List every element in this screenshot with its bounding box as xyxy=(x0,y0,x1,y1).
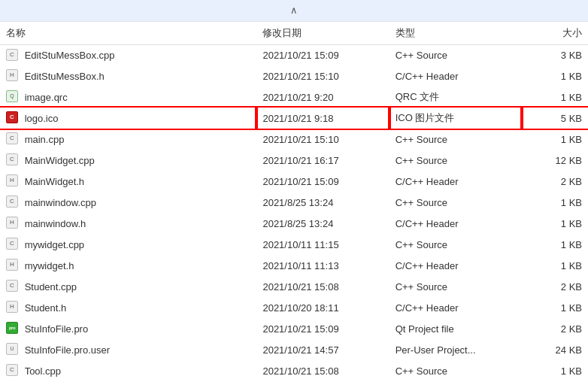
file-type-icon: H xyxy=(6,301,18,313)
file-type-icon: C xyxy=(6,364,18,376)
file-size: 3 KB xyxy=(522,44,588,65)
file-size: 1 KB xyxy=(522,192,588,213)
file-type: C++ Source xyxy=(389,44,522,65)
file-name: mywidget.h xyxy=(25,260,74,271)
col-header-type[interactable]: 类型 xyxy=(389,21,522,44)
file-date: 2021/10/11 11:15 xyxy=(256,234,389,255)
file-type: Qt Project file xyxy=(389,318,522,339)
file-name-cell[interactable]: C main.cpp xyxy=(0,129,256,150)
file-size: 1 KB xyxy=(522,255,588,276)
file-name-cell[interactable]: H mainwindow.h xyxy=(0,213,256,234)
file-date: 2021/10/21 15:08 xyxy=(256,276,389,297)
up-arrow[interactable]: ∧ xyxy=(0,0,588,21)
file-name: Student.cpp xyxy=(25,281,77,293)
col-header-name[interactable]: 名称 xyxy=(0,21,256,44)
file-type: C++ Source xyxy=(389,129,522,150)
file-type: C/C++ Header xyxy=(389,213,522,234)
file-type-icon: C xyxy=(6,280,18,292)
file-type-icon: C xyxy=(6,153,18,165)
table-row[interactable]: H mywidget.h 2021/10/11 11:13 C/C++ Head… xyxy=(0,255,588,276)
table-row[interactable]: U StuInfoFile.pro.user 2021/10/21 14:57 … xyxy=(0,339,588,360)
file-type-icon: H xyxy=(6,69,18,81)
file-type-icon: C xyxy=(6,196,18,208)
file-size: 1 KB xyxy=(522,360,588,381)
file-name: logo.ico xyxy=(25,113,59,124)
file-date: 2021/10/21 9:18 xyxy=(256,108,389,129)
file-type-icon: Q xyxy=(6,90,18,102)
file-size: 5 KB xyxy=(522,108,588,129)
file-date: 2021/8/25 13:24 xyxy=(256,213,389,234)
file-name: EditStuMessBox.cpp xyxy=(25,50,115,61)
file-name-cell[interactable]: C Tool.cpp xyxy=(0,360,256,381)
col-header-size[interactable]: 大小 xyxy=(522,21,588,44)
file-name: StuInfoFile.pro xyxy=(25,323,89,335)
file-name-cell[interactable]: C Student.cpp xyxy=(0,276,256,297)
file-name: Tool.cpp xyxy=(25,365,61,377)
file-date: 2021/10/21 14:57 xyxy=(256,339,389,360)
file-size: 1 KB xyxy=(522,86,588,108)
file-size: 1 KB xyxy=(522,234,588,255)
table-row[interactable]: H Student.h 2021/10/20 18:11 C/C++ Heade… xyxy=(0,297,588,318)
file-type: C++ Source xyxy=(389,150,522,171)
table-row[interactable]: C mywidget.cpp 2021/10/11 11:15 C++ Sour… xyxy=(0,234,588,255)
table-row[interactable]: H MainWidget.h 2021/10/21 15:09 C/C++ He… xyxy=(0,171,588,192)
file-type: C++ Source xyxy=(389,192,522,213)
table-row[interactable]: C MainWidget.cpp 2021/10/21 16:17 C++ So… xyxy=(0,150,588,171)
file-name: mainwindow.cpp xyxy=(25,197,96,208)
up-arrow-row[interactable]: ∧ xyxy=(0,0,588,21)
col-header-date[interactable]: 修改日期 xyxy=(256,21,389,44)
file-name: EditStuMessBox.h xyxy=(25,71,105,82)
file-type: C/C++ Header xyxy=(389,255,522,276)
table-row[interactable]: C Student.cpp 2021/10/21 15:08 C++ Sourc… xyxy=(0,276,588,297)
table-row[interactable]: C mainwindow.cpp 2021/8/25 13:24 C++ Sou… xyxy=(0,192,588,213)
file-name: Student.h xyxy=(25,302,67,314)
table-row[interactable]: C main.cpp 2021/10/21 15:10 C++ Source 1… xyxy=(0,129,588,150)
file-date: 2021/10/21 15:09 xyxy=(256,318,389,339)
file-type: C++ Source xyxy=(389,360,522,381)
file-type-icon: C xyxy=(6,49,18,61)
table-row[interactable]: C EditStuMessBox.cpp 2021/10/21 15:09 C+… xyxy=(0,44,588,65)
file-type-icon: C xyxy=(6,111,18,123)
file-name-cell[interactable]: C mainwindow.cpp xyxy=(0,192,256,213)
file-type: C++ Source xyxy=(389,276,522,297)
file-name-cell[interactable]: H Student.h xyxy=(0,297,256,318)
file-name-cell[interactable]: C logo.ico xyxy=(0,108,256,129)
table-row[interactable]: H mainwindow.h 2021/8/25 13:24 C/C++ Hea… xyxy=(0,213,588,234)
file-name-cell[interactable]: C MainWidget.cpp xyxy=(0,150,256,171)
file-name: StuInfoFile.pro.user xyxy=(25,344,110,356)
file-date: 2021/10/21 9:20 xyxy=(256,86,389,108)
file-name-cell[interactable]: Q image.qrc xyxy=(0,86,256,108)
file-size: 1 KB xyxy=(522,213,588,234)
file-list[interactable]: ∧ 名称 修改日期 类型 大小 C EditStuMessBox.cpp 202… xyxy=(0,0,588,382)
table-row[interactable]: Q image.qrc 2021/10/21 9:20 QRC 文件 1 KB xyxy=(0,86,588,108)
column-headers: 名称 修改日期 类型 大小 xyxy=(0,21,588,44)
file-name: image.qrc xyxy=(25,92,68,103)
file-name-cell[interactable]: C EditStuMessBox.cpp xyxy=(0,44,256,65)
file-size: 2 KB xyxy=(522,318,588,339)
file-size: 24 KB xyxy=(522,339,588,360)
file-name-cell[interactable]: C mywidget.cpp xyxy=(0,234,256,255)
table-row[interactable]: C logo.ico 2021/10/21 9:18 ICO 图片文件 5 KB xyxy=(0,108,588,129)
file-size: 1 KB xyxy=(522,65,588,86)
file-size: 1 KB xyxy=(522,297,588,318)
file-name-cell[interactable]: H MainWidget.h xyxy=(0,171,256,192)
file-type-icon: pro xyxy=(6,322,18,334)
file-date: 2021/10/21 15:10 xyxy=(256,65,389,86)
file-name-cell[interactable]: pro StuInfoFile.pro xyxy=(0,318,256,339)
file-date: 2021/10/11 11:13 xyxy=(256,255,389,276)
file-type-icon: C xyxy=(6,238,18,250)
file-date: 2021/10/20 18:11 xyxy=(256,297,389,318)
file-type: QRC 文件 xyxy=(389,86,522,108)
file-name-cell[interactable]: H mywidget.h xyxy=(0,255,256,276)
file-name-cell[interactable]: H EditStuMessBox.h xyxy=(0,65,256,86)
file-type: ICO 图片文件 xyxy=(389,108,522,129)
file-name: mainwindow.h xyxy=(25,218,86,229)
table-row[interactable]: pro StuInfoFile.pro 2021/10/21 15:09 Qt … xyxy=(0,318,588,339)
table-row[interactable]: H EditStuMessBox.h 2021/10/21 15:10 C/C+… xyxy=(0,65,588,86)
file-type-icon: H xyxy=(6,217,18,229)
table-row[interactable]: C Tool.cpp 2021/10/21 15:08 C++ Source 1… xyxy=(0,360,588,381)
file-name: mywidget.cpp xyxy=(25,239,84,250)
file-name-cell[interactable]: U StuInfoFile.pro.user xyxy=(0,339,256,360)
file-date: 2021/8/25 13:24 xyxy=(256,192,389,213)
file-type-icon: H xyxy=(6,259,18,271)
